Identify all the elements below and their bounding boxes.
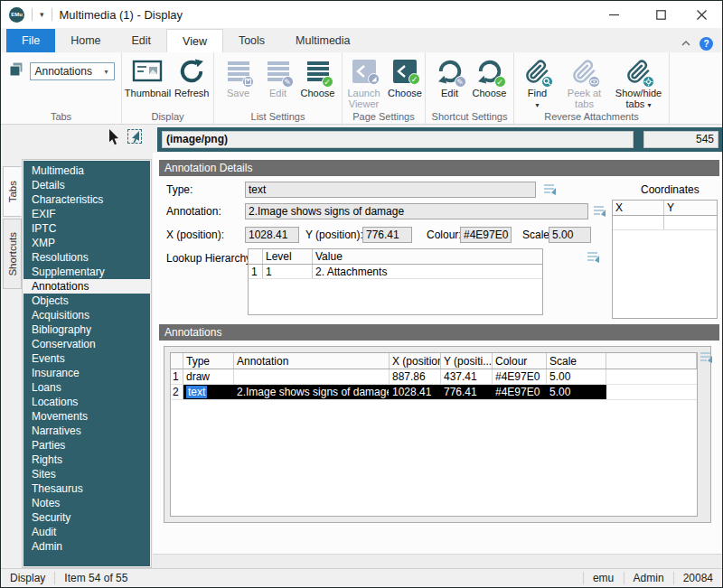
x-position-field[interactable]: 1028.41 — [245, 227, 299, 243]
cell-filler — [606, 369, 697, 384]
cell-annotation[interactable]: 2.Image shows signs of damage — [234, 385, 390, 399]
tabs-combobox[interactable]: Annotations ▾ — [30, 62, 115, 80]
sidebar-item[interactable]: Acquisitions — [23, 308, 150, 322]
shortcut-edit-button[interactable]: ✎ Edit — [431, 57, 469, 98]
sidebar-item[interactable]: IPTC — [23, 221, 150, 236]
sidebar-item[interactable]: Multimedia — [23, 163, 150, 178]
list-choose-button[interactable]: ✓ Choose — [299, 57, 337, 98]
sidebar-item[interactable]: Resolutions — [23, 250, 150, 265]
ribbon-tab[interactable]: File — [6, 29, 55, 52]
quick-access-caret-icon[interactable]: ▾ — [40, 10, 44, 19]
marquee-select-tool-button[interactable] — [126, 127, 144, 145]
header-y-position[interactable]: Y (positi... — [441, 353, 493, 369]
coordinates-cell[interactable] — [613, 216, 664, 229]
annotation-lookup-button[interactable] — [593, 204, 608, 219]
sidebar-item[interactable]: Locations — [23, 395, 150, 409]
list-save-button[interactable]: Save — [220, 57, 258, 98]
header-x-position[interactable]: X (position) — [390, 353, 441, 369]
coordinates-table[interactable]: X Y — [612, 200, 718, 319]
cell-scale[interactable]: 5.00 — [547, 385, 606, 399]
find-attachments-button[interactable]: Find ▾ — [519, 57, 557, 111]
sidebar-item[interactable]: Narratives — [23, 424, 150, 438]
annotations-table-row[interactable]: 2 text 2.Image shows signs of damage 102… — [171, 385, 697, 400]
sidebar-item[interactable]: Supplementary — [23, 265, 150, 279]
annotation-field[interactable]: 2.Image shows signs of damage — [245, 203, 588, 219]
header-type[interactable]: Type — [183, 353, 234, 369]
combo-caret-icon[interactable]: ▾ — [99, 68, 114, 76]
sidebar-item[interactable]: Insurance — [23, 366, 150, 380]
sidebar-item[interactable]: Conservation — [23, 337, 150, 351]
sidebar-item[interactable]: Parties — [23, 438, 150, 453]
annotations-table[interactable]: Type Annotation X (position) Y (positi..… — [170, 352, 698, 517]
sidebar-item[interactable]: Loans — [23, 380, 150, 395]
maximize-button[interactable] — [641, 1, 681, 28]
cell-annotation[interactable] — [234, 369, 390, 384]
ribbon-tab[interactable]: View — [166, 29, 223, 52]
sidebar-item[interactable]: Objects — [23, 294, 150, 308]
annotations-table-row[interactable]: 1 draw 887.86 437.41 #4E97E0 5.00 — [171, 369, 697, 385]
coordinates-cell[interactable] — [664, 216, 717, 229]
sidebar-item[interactable]: Characteristics — [23, 192, 150, 207]
media-type-field[interactable]: (image/png) — [162, 131, 634, 148]
ribbon-tab[interactable]: Multimedia — [280, 29, 365, 52]
sidebar-item[interactable]: EXIF — [23, 207, 150, 221]
sidebar-item[interactable]: Annotations — [23, 279, 150, 294]
cell-y-position[interactable]: 437.41 — [441, 369, 493, 384]
y-position-field[interactable]: 776.41 — [362, 227, 412, 243]
media-count-field[interactable]: 545 — [643, 131, 718, 148]
cell-x-position[interactable]: 1028.41 — [390, 385, 441, 399]
sidebar-item[interactable]: Movements — [23, 409, 150, 424]
colour-field[interactable]: #4E97E0 — [460, 227, 512, 243]
sidebar-item[interactable]: Notes — [23, 496, 150, 510]
header-annotation[interactable]: Annotation — [234, 353, 390, 369]
scale-field[interactable]: 5.00 — [549, 227, 591, 243]
sidebar-item[interactable]: Sites — [23, 467, 150, 481]
show-hide-tabs-button[interactable]: Show/hide tabs ▾ — [613, 57, 665, 111]
close-button[interactable] — [681, 1, 721, 28]
ribbon-tab[interactable]: Home — [55, 29, 116, 52]
sidebar-item[interactable]: Security — [23, 510, 150, 525]
marquee-select-icon — [127, 129, 142, 144]
sidebar-item[interactable]: Audit — [23, 525, 150, 539]
cell-colour[interactable]: #4E97E0 — [493, 385, 547, 399]
cell-type[interactable]: text — [183, 385, 234, 399]
ribbon-tab[interactable]: Edit — [117, 29, 167, 52]
header-scale[interactable]: Scale — [547, 353, 606, 369]
sidebar-item[interactable]: Details — [23, 178, 150, 192]
refresh-button[interactable]: Refresh — [173, 57, 211, 98]
thumbnail-button[interactable]: Thumbnail — [125, 57, 171, 98]
sidebar-item[interactable]: Rights — [23, 453, 150, 467]
peek-at-tabs-button[interactable]: Peek at tabs — [559, 57, 611, 109]
help-icon[interactable]: ? — [700, 37, 713, 51]
type-lookup-button[interactable] — [543, 182, 559, 198]
edit-badge-icon: ✎ — [455, 76, 466, 88]
page-choose-button[interactable]: ✓ Choose — [386, 57, 424, 98]
gear-badge-icon — [643, 76, 654, 88]
shortcut-choose-button[interactable]: ✓ Choose — [471, 57, 509, 98]
sidebar-item[interactable]: XMP — [23, 236, 150, 250]
annotations-lookup-button[interactable] — [700, 350, 715, 366]
sidebar-item[interactable]: Thesaurus — [23, 481, 150, 496]
cell-y-position[interactable]: 776.41 — [441, 385, 493, 399]
lookup-hierarchy-table[interactable]: Level Value 1 1 2. Attachments — [248, 248, 543, 315]
type-field[interactable]: text — [245, 182, 536, 198]
launch-viewer-button[interactable]: Launch Viewer — [343, 57, 384, 109]
side-tab-shortcuts[interactable]: Shortcuts — [3, 219, 22, 289]
sidebar-item[interactable]: Admin — [23, 539, 150, 554]
list-edit-button[interactable]: ✎ Edit — [259, 57, 297, 98]
cell-colour[interactable]: #4E97E0 — [493, 369, 547, 384]
header-colour[interactable]: Colour — [493, 353, 547, 369]
lookup-hierarchy-lookup-button[interactable] — [587, 250, 602, 266]
chevron-up-icon[interactable] — [681, 39, 691, 48]
side-tab-tabs[interactable]: Tabs — [3, 166, 22, 217]
cell-scale[interactable]: 5.00 — [547, 369, 606, 384]
lookup-cell-value[interactable]: 2. Attachments — [313, 265, 542, 278]
minimize-button[interactable] — [594, 1, 634, 28]
lookup-cell-level[interactable]: 1 — [263, 265, 313, 278]
sidebar-item[interactable]: Bibliography — [23, 322, 150, 337]
sidebar-item[interactable]: Events — [23, 351, 150, 366]
pointer-tool-button[interactable] — [105, 128, 123, 146]
ribbon-tab[interactable]: Tools — [223, 29, 280, 52]
cell-type[interactable]: draw — [183, 369, 234, 384]
cell-x-position[interactable]: 887.86 — [390, 369, 441, 384]
